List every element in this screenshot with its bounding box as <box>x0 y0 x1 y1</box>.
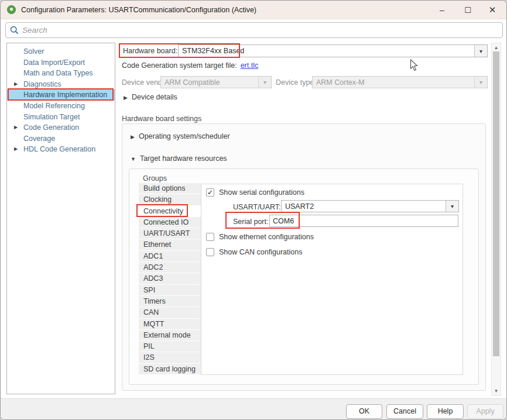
window-title: Configuration Parameters: USARTCommunica… <box>21 6 256 14</box>
close-button[interactable]: ✕ <box>479 1 505 19</box>
groups-list: Build options Clocking Connectivity Conn… <box>139 183 201 375</box>
show-can-configurations-checkbox[interactable] <box>206 248 214 256</box>
groups-title: Groups <box>143 174 167 183</box>
target-hardware-resources-toggle[interactable]: ▼Target hardware resources <box>131 154 227 163</box>
maximize-button[interactable]: ☐ <box>455 1 481 19</box>
device-vendor-value: ARM Compatible <box>161 77 258 88</box>
group-item-i2s[interactable]: I2S <box>139 352 201 363</box>
minimize-button[interactable]: – <box>429 1 455 19</box>
group-item-connectivity[interactable]: Connectivity <box>139 206 201 216</box>
group-item-connected-io[interactable]: Connected IO <box>139 217 201 228</box>
usart-uart-select[interactable]: USART2 ▾ <box>281 200 459 212</box>
search-bar[interactable] <box>5 22 503 38</box>
collapse-arrow-icon: ▶ <box>131 134 135 140</box>
dropdown-arrow-icon[interactable]: ▾ <box>474 45 487 57</box>
title-bar: Configuration Parameters: USARTCommunica… <box>1 1 506 19</box>
serial-port-input[interactable] <box>269 215 458 227</box>
scrollbar-thumb[interactable] <box>493 51 499 356</box>
group-item-adc3[interactable]: ADC3 <box>139 273 201 284</box>
group-item-adc2[interactable]: ADC2 <box>139 262 201 273</box>
scroll-down-icon[interactable]: ▼ <box>492 388 501 394</box>
configuration-parameters-dialog: Configuration Parameters: USARTCommunica… <box>0 0 507 420</box>
dropdown-arrow-icon: ▾ <box>474 77 487 88</box>
help-button[interactable]: Help <box>427 404 464 419</box>
group-item-uart-usart[interactable]: UART/USART <box>139 228 201 239</box>
hardware-board-label: Hardware board: <box>123 47 177 55</box>
device-details-toggle[interactable]: ▶Device details <box>124 93 177 101</box>
device-type-value: ARM Cortex-M <box>313 77 474 88</box>
group-item-mqtt[interactable]: MQTT <box>139 319 201 329</box>
search-input[interactable] <box>22 26 502 35</box>
group-item-external-mode[interactable]: External mode <box>139 330 201 340</box>
dialog-footer: OK Cancel Help Apply <box>1 398 507 420</box>
collapse-arrow-icon: ▶ <box>124 95 128 101</box>
group-item-can[interactable]: CAN <box>139 307 201 318</box>
usart-uart-label: USART/UART: <box>233 203 281 211</box>
cancel-button[interactable]: Cancel <box>386 404 423 419</box>
show-serial-configurations-checkbox[interactable]: ✓ <box>206 188 214 197</box>
target-file-link[interactable]: ert.tlc <box>241 61 259 70</box>
usart-uart-value: USART2 <box>282 201 446 212</box>
apply-button: Apply <box>467 404 503 419</box>
os-scheduler-toggle[interactable]: ▶Operating system/scheduler <box>131 132 230 140</box>
device-vendor-select: ARM Compatible ▾ <box>160 76 272 88</box>
ok-button[interactable]: OK <box>346 404 382 419</box>
group-item-build-options[interactable]: Build options <box>139 183 201 194</box>
serial-port-label: Serial port: <box>233 218 268 226</box>
group-item-clocking[interactable]: Clocking <box>139 194 201 205</box>
group-item-sd-card-logging[interactable]: SD card logging <box>139 364 201 374</box>
connectivity-settings-panel <box>201 184 463 375</box>
show-ethernet-configurations-label: Show ethernet configurations <box>219 233 314 241</box>
search-icon <box>10 26 19 35</box>
checkmark-icon: ✓ <box>207 189 213 196</box>
vertical-scrollbar[interactable]: ▲ ▼ <box>491 43 501 396</box>
group-item-timers[interactable]: Timers <box>139 296 201 307</box>
hardware-board-value: STM32F4xx Based <box>179 45 474 57</box>
group-item-spi[interactable]: SPI <box>139 285 201 295</box>
expand-arrow-icon: ▼ <box>131 156 136 162</box>
group-item-ethernet[interactable]: Ethernet <box>139 239 201 250</box>
group-item-pil[interactable]: PIL <box>139 341 201 352</box>
hardware-board-settings-title: Hardware board settings <box>122 115 201 123</box>
dropdown-arrow-icon[interactable]: ▾ <box>446 201 458 212</box>
device-type-label: Device type: <box>276 78 316 87</box>
target-file-label: Code Generation system target file: <box>122 61 237 70</box>
group-item-adc1[interactable]: ADC1 <box>139 251 201 261</box>
simulink-settings-icon <box>7 5 16 14</box>
settings-main-pane: Hardware board: STM32F4xx Based ▾ Code G… <box>1 43 507 396</box>
scroll-up-icon[interactable]: ▲ <box>492 45 501 50</box>
dropdown-arrow-icon: ▾ <box>258 77 271 88</box>
show-ethernet-configurations-checkbox[interactable] <box>206 233 214 241</box>
show-can-configurations-label: Show CAN configurations <box>219 248 302 256</box>
hardware-board-select[interactable]: STM32F4xx Based ▾ <box>178 44 488 57</box>
show-serial-configurations-label: Show serial configurations <box>219 188 304 197</box>
device-type-select: ARM Cortex-M ▾ <box>312 76 488 88</box>
